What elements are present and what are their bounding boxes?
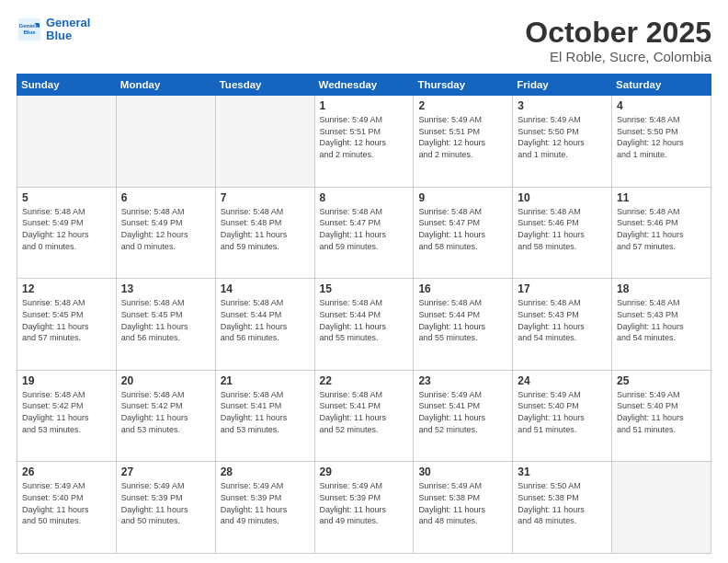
day-info: Sunrise: 5:49 AM Sunset: 5:38 PM Dayligh… — [418, 480, 507, 526]
day-info: Sunrise: 5:49 AM Sunset: 5:40 PM Dayligh… — [22, 480, 111, 526]
day-number: 3 — [518, 99, 607, 112]
day-number: 7 — [221, 191, 310, 204]
day-number: 30 — [418, 465, 507, 478]
calendar-day-cell: 24Sunrise: 5:49 AM Sunset: 5:40 PM Dayli… — [513, 370, 612, 462]
calendar-day-cell: 11Sunrise: 5:48 AM Sunset: 5:46 PM Dayli… — [612, 187, 711, 279]
calendar-day-cell: 10Sunrise: 5:48 AM Sunset: 5:46 PM Dayli… — [513, 187, 612, 279]
calendar-week-row: 26Sunrise: 5:49 AM Sunset: 5:40 PM Dayli… — [17, 462, 711, 554]
calendar-day-cell — [215, 96, 314, 188]
day-info: Sunrise: 5:48 AM Sunset: 5:49 PM Dayligh… — [22, 206, 111, 252]
day-number: 12 — [22, 282, 111, 295]
calendar-week-row: 5Sunrise: 5:48 AM Sunset: 5:49 PM Daylig… — [17, 187, 711, 279]
calendar-day-cell: 14Sunrise: 5:48 AM Sunset: 5:44 PM Dayli… — [215, 279, 314, 371]
day-info: Sunrise: 5:48 AM Sunset: 5:47 PM Dayligh… — [418, 206, 507, 252]
day-number: 15 — [320, 282, 409, 295]
day-number: 27 — [121, 465, 210, 478]
day-number: 11 — [617, 191, 706, 204]
day-info: Sunrise: 5:48 AM Sunset: 5:48 PM Dayligh… — [221, 206, 310, 252]
day-number: 6 — [121, 191, 210, 204]
day-number: 10 — [518, 191, 607, 204]
calendar-day-cell: 8Sunrise: 5:48 AM Sunset: 5:47 PM Daylig… — [314, 187, 414, 279]
day-number: 24 — [518, 374, 607, 387]
day-number: 5 — [22, 191, 111, 204]
calendar-day-cell: 7Sunrise: 5:48 AM Sunset: 5:48 PM Daylig… — [215, 187, 314, 279]
day-info: Sunrise: 5:48 AM Sunset: 5:50 PM Dayligh… — [617, 114, 706, 160]
calendar-day-cell: 6Sunrise: 5:48 AM Sunset: 5:49 PM Daylig… — [116, 187, 215, 279]
calendar-day-cell: 27Sunrise: 5:49 AM Sunset: 5:39 PM Dayli… — [116, 462, 215, 554]
calendar-week-row: 19Sunrise: 5:48 AM Sunset: 5:42 PM Dayli… — [17, 370, 711, 462]
calendar-day-cell: 4Sunrise: 5:48 AM Sunset: 5:50 PM Daylig… — [612, 96, 711, 188]
calendar-day-cell: 26Sunrise: 5:49 AM Sunset: 5:40 PM Dayli… — [17, 462, 117, 554]
calendar-day-cell: 23Sunrise: 5:49 AM Sunset: 5:41 PM Dayli… — [414, 370, 513, 462]
day-number: 25 — [617, 374, 706, 387]
day-number: 29 — [320, 465, 409, 478]
day-number: 2 — [418, 99, 507, 112]
weekday-header: Sunday — [17, 75, 117, 96]
day-number: 9 — [418, 191, 507, 204]
day-info: Sunrise: 5:49 AM Sunset: 5:40 PM Dayligh… — [617, 389, 706, 435]
day-info: Sunrise: 5:48 AM Sunset: 5:43 PM Dayligh… — [518, 297, 607, 343]
day-number: 28 — [221, 465, 310, 478]
day-info: Sunrise: 5:48 AM Sunset: 5:44 PM Dayligh… — [221, 297, 310, 343]
day-number: 1 — [320, 99, 409, 112]
day-info: Sunrise: 5:48 AM Sunset: 5:44 PM Dayligh… — [320, 297, 409, 343]
calendar-day-cell: 9Sunrise: 5:48 AM Sunset: 5:47 PM Daylig… — [414, 187, 513, 279]
calendar-day-cell: 13Sunrise: 5:48 AM Sunset: 5:45 PM Dayli… — [116, 279, 215, 371]
day-number: 23 — [418, 374, 507, 387]
calendar-week-row: 1Sunrise: 5:49 AM Sunset: 5:51 PM Daylig… — [17, 96, 711, 188]
calendar-day-cell: 1Sunrise: 5:49 AM Sunset: 5:51 PM Daylig… — [314, 96, 414, 188]
weekday-header: Tuesday — [215, 75, 314, 96]
day-number: 18 — [617, 282, 706, 295]
day-number: 31 — [518, 465, 607, 478]
weekday-header: Friday — [513, 75, 612, 96]
day-number: 14 — [221, 282, 310, 295]
day-info: Sunrise: 5:49 AM Sunset: 5:51 PM Dayligh… — [418, 114, 507, 160]
svg-text:Blue: Blue — [23, 29, 36, 36]
page-subtitle: El Roble, Sucre, Colombia — [525, 49, 711, 64]
weekday-header: Saturday — [612, 75, 711, 96]
day-number: 20 — [121, 374, 210, 387]
day-info: Sunrise: 5:48 AM Sunset: 5:45 PM Dayligh… — [121, 297, 210, 343]
calendar-day-cell — [17, 96, 117, 188]
day-info: Sunrise: 5:49 AM Sunset: 5:40 PM Dayligh… — [518, 389, 607, 435]
calendar-day-cell: 28Sunrise: 5:49 AM Sunset: 5:39 PM Dayli… — [215, 462, 314, 554]
weekday-header: Monday — [116, 75, 215, 96]
calendar-header-row: SundayMondayTuesdayWednesdayThursdayFrid… — [17, 75, 711, 96]
weekday-header: Wednesday — [314, 75, 414, 96]
calendar-day-cell: 19Sunrise: 5:48 AM Sunset: 5:42 PM Dayli… — [17, 370, 117, 462]
day-info: Sunrise: 5:49 AM Sunset: 5:51 PM Dayligh… — [320, 114, 409, 160]
day-number: 22 — [320, 374, 409, 387]
day-number: 17 — [518, 282, 607, 295]
day-info: Sunrise: 5:48 AM Sunset: 5:46 PM Dayligh… — [518, 206, 607, 252]
title-block: October 2025 El Roble, Sucre, Colombia — [525, 17, 711, 64]
day-number: 21 — [221, 374, 310, 387]
calendar-day-cell: 3Sunrise: 5:49 AM Sunset: 5:50 PM Daylig… — [513, 96, 612, 188]
calendar-day-cell: 20Sunrise: 5:48 AM Sunset: 5:42 PM Dayli… — [116, 370, 215, 462]
calendar-day-cell: 25Sunrise: 5:49 AM Sunset: 5:40 PM Dayli… — [612, 370, 711, 462]
day-info: Sunrise: 5:50 AM Sunset: 5:38 PM Dayligh… — [518, 480, 607, 526]
calendar-table: SundayMondayTuesdayWednesdayThursdayFrid… — [17, 74, 711, 554]
day-number: 19 — [22, 374, 111, 387]
logo: General Blue General Blue — [17, 17, 90, 43]
calendar-day-cell: 30Sunrise: 5:49 AM Sunset: 5:38 PM Dayli… — [414, 462, 513, 554]
calendar-day-cell: 22Sunrise: 5:48 AM Sunset: 5:41 PM Dayli… — [314, 370, 414, 462]
day-info: Sunrise: 5:49 AM Sunset: 5:41 PM Dayligh… — [418, 389, 507, 435]
calendar-day-cell: 31Sunrise: 5:50 AM Sunset: 5:38 PM Dayli… — [513, 462, 612, 554]
calendar-day-cell: 5Sunrise: 5:48 AM Sunset: 5:49 PM Daylig… — [17, 187, 117, 279]
day-info: Sunrise: 5:48 AM Sunset: 5:45 PM Dayligh… — [22, 297, 111, 343]
weekday-header: Thursday — [414, 75, 513, 96]
day-info: Sunrise: 5:48 AM Sunset: 5:42 PM Dayligh… — [22, 389, 111, 435]
calendar-day-cell: 12Sunrise: 5:48 AM Sunset: 5:45 PM Dayli… — [17, 279, 117, 371]
calendar-day-cell: 17Sunrise: 5:48 AM Sunset: 5:43 PM Dayli… — [513, 279, 612, 371]
day-number: 16 — [418, 282, 507, 295]
day-info: Sunrise: 5:48 AM Sunset: 5:43 PM Dayligh… — [617, 297, 706, 343]
logo-icon: General Blue — [17, 17, 42, 42]
day-info: Sunrise: 5:48 AM Sunset: 5:42 PM Dayligh… — [121, 389, 210, 435]
day-number: 4 — [617, 99, 706, 112]
page-header: General Blue General Blue October 2025 E… — [17, 17, 711, 64]
calendar-week-row: 12Sunrise: 5:48 AM Sunset: 5:45 PM Dayli… — [17, 279, 711, 371]
day-info: Sunrise: 5:48 AM Sunset: 5:46 PM Dayligh… — [617, 206, 706, 252]
day-info: Sunrise: 5:48 AM Sunset: 5:47 PM Dayligh… — [320, 206, 409, 252]
day-number: 13 — [121, 282, 210, 295]
day-info: Sunrise: 5:48 AM Sunset: 5:44 PM Dayligh… — [418, 297, 507, 343]
